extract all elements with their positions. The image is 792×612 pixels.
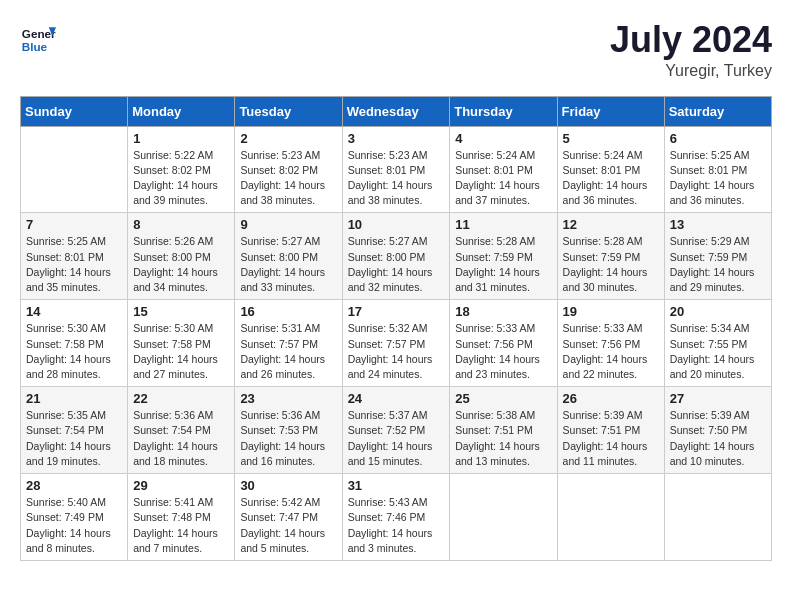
page-header: General Blue July 2024 Yuregir, Turkey [20,20,772,80]
day-number: 6 [670,131,766,146]
day-number: 25 [455,391,551,406]
weekday-header-monday: Monday [128,96,235,126]
calendar-cell: 21Sunrise: 5:35 AM Sunset: 7:54 PM Dayli… [21,387,128,474]
calendar-cell: 25Sunrise: 5:38 AM Sunset: 7:51 PM Dayli… [450,387,557,474]
day-info: Sunrise: 5:23 AM Sunset: 8:01 PM Dayligh… [348,148,445,209]
calendar-table: SundayMondayTuesdayWednesdayThursdayFrid… [20,96,772,561]
day-info: Sunrise: 5:32 AM Sunset: 7:57 PM Dayligh… [348,321,445,382]
month-title: July 2024 [610,20,772,60]
day-number: 22 [133,391,229,406]
day-number: 24 [348,391,445,406]
day-number: 17 [348,304,445,319]
calendar-cell: 13Sunrise: 5:29 AM Sunset: 7:59 PM Dayli… [664,213,771,300]
calendar-cell: 27Sunrise: 5:39 AM Sunset: 7:50 PM Dayli… [664,387,771,474]
day-number: 23 [240,391,336,406]
calendar-cell: 4Sunrise: 5:24 AM Sunset: 8:01 PM Daylig… [450,126,557,213]
calendar-cell: 18Sunrise: 5:33 AM Sunset: 7:56 PM Dayli… [450,300,557,387]
calendar-week-row: 7Sunrise: 5:25 AM Sunset: 8:01 PM Daylig… [21,213,772,300]
logo: General Blue [20,20,56,56]
day-number: 8 [133,217,229,232]
weekday-header-wednesday: Wednesday [342,96,450,126]
day-info: Sunrise: 5:27 AM Sunset: 8:00 PM Dayligh… [348,234,445,295]
day-info: Sunrise: 5:23 AM Sunset: 8:02 PM Dayligh… [240,148,336,209]
day-number: 5 [563,131,659,146]
calendar-cell: 28Sunrise: 5:40 AM Sunset: 7:49 PM Dayli… [21,474,128,561]
day-number: 10 [348,217,445,232]
calendar-week-row: 28Sunrise: 5:40 AM Sunset: 7:49 PM Dayli… [21,474,772,561]
day-info: Sunrise: 5:36 AM Sunset: 7:54 PM Dayligh… [133,408,229,469]
calendar-week-row: 14Sunrise: 5:30 AM Sunset: 7:58 PM Dayli… [21,300,772,387]
calendar-cell: 15Sunrise: 5:30 AM Sunset: 7:58 PM Dayli… [128,300,235,387]
calendar-cell: 8Sunrise: 5:26 AM Sunset: 8:00 PM Daylig… [128,213,235,300]
day-info: Sunrise: 5:24 AM Sunset: 8:01 PM Dayligh… [563,148,659,209]
day-number: 12 [563,217,659,232]
day-info: Sunrise: 5:40 AM Sunset: 7:49 PM Dayligh… [26,495,122,556]
day-info: Sunrise: 5:24 AM Sunset: 8:01 PM Dayligh… [455,148,551,209]
day-number: 7 [26,217,122,232]
day-info: Sunrise: 5:34 AM Sunset: 7:55 PM Dayligh… [670,321,766,382]
calendar-cell [557,474,664,561]
calendar-cell: 5Sunrise: 5:24 AM Sunset: 8:01 PM Daylig… [557,126,664,213]
svg-text:Blue: Blue [22,40,48,53]
day-number: 27 [670,391,766,406]
day-info: Sunrise: 5:30 AM Sunset: 7:58 PM Dayligh… [133,321,229,382]
day-number: 16 [240,304,336,319]
title-block: July 2024 Yuregir, Turkey [610,20,772,80]
day-number: 21 [26,391,122,406]
day-number: 15 [133,304,229,319]
day-info: Sunrise: 5:36 AM Sunset: 7:53 PM Dayligh… [240,408,336,469]
weekday-header-thursday: Thursday [450,96,557,126]
day-info: Sunrise: 5:22 AM Sunset: 8:02 PM Dayligh… [133,148,229,209]
day-info: Sunrise: 5:26 AM Sunset: 8:00 PM Dayligh… [133,234,229,295]
day-info: Sunrise: 5:42 AM Sunset: 7:47 PM Dayligh… [240,495,336,556]
day-number: 31 [348,478,445,493]
day-number: 14 [26,304,122,319]
day-number: 26 [563,391,659,406]
calendar-cell: 7Sunrise: 5:25 AM Sunset: 8:01 PM Daylig… [21,213,128,300]
weekday-header-sunday: Sunday [21,96,128,126]
day-info: Sunrise: 5:25 AM Sunset: 8:01 PM Dayligh… [26,234,122,295]
day-number: 20 [670,304,766,319]
day-info: Sunrise: 5:28 AM Sunset: 7:59 PM Dayligh… [455,234,551,295]
day-info: Sunrise: 5:29 AM Sunset: 7:59 PM Dayligh… [670,234,766,295]
day-number: 18 [455,304,551,319]
calendar-cell: 6Sunrise: 5:25 AM Sunset: 8:01 PM Daylig… [664,126,771,213]
calendar-cell: 22Sunrise: 5:36 AM Sunset: 7:54 PM Dayli… [128,387,235,474]
day-info: Sunrise: 5:35 AM Sunset: 7:54 PM Dayligh… [26,408,122,469]
calendar-cell: 17Sunrise: 5:32 AM Sunset: 7:57 PM Dayli… [342,300,450,387]
calendar-cell: 2Sunrise: 5:23 AM Sunset: 8:02 PM Daylig… [235,126,342,213]
location: Yuregir, Turkey [610,62,772,80]
logo-icon: General Blue [20,20,56,56]
day-info: Sunrise: 5:27 AM Sunset: 8:00 PM Dayligh… [240,234,336,295]
calendar-cell: 14Sunrise: 5:30 AM Sunset: 7:58 PM Dayli… [21,300,128,387]
day-info: Sunrise: 5:31 AM Sunset: 7:57 PM Dayligh… [240,321,336,382]
day-info: Sunrise: 5:41 AM Sunset: 7:48 PM Dayligh… [133,495,229,556]
calendar-cell [664,474,771,561]
calendar-cell [450,474,557,561]
weekday-header-friday: Friday [557,96,664,126]
day-number: 30 [240,478,336,493]
calendar-cell: 26Sunrise: 5:39 AM Sunset: 7:51 PM Dayli… [557,387,664,474]
day-number: 13 [670,217,766,232]
day-info: Sunrise: 5:39 AM Sunset: 7:50 PM Dayligh… [670,408,766,469]
day-info: Sunrise: 5:43 AM Sunset: 7:46 PM Dayligh… [348,495,445,556]
calendar-cell: 3Sunrise: 5:23 AM Sunset: 8:01 PM Daylig… [342,126,450,213]
day-number: 1 [133,131,229,146]
day-number: 3 [348,131,445,146]
calendar-cell: 16Sunrise: 5:31 AM Sunset: 7:57 PM Dayli… [235,300,342,387]
day-number: 19 [563,304,659,319]
day-info: Sunrise: 5:38 AM Sunset: 7:51 PM Dayligh… [455,408,551,469]
calendar-week-row: 1Sunrise: 5:22 AM Sunset: 8:02 PM Daylig… [21,126,772,213]
calendar-cell: 24Sunrise: 5:37 AM Sunset: 7:52 PM Dayli… [342,387,450,474]
calendar-cell: 10Sunrise: 5:27 AM Sunset: 8:00 PM Dayli… [342,213,450,300]
calendar-cell: 11Sunrise: 5:28 AM Sunset: 7:59 PM Dayli… [450,213,557,300]
day-number: 2 [240,131,336,146]
weekday-header-saturday: Saturday [664,96,771,126]
day-number: 4 [455,131,551,146]
day-info: Sunrise: 5:28 AM Sunset: 7:59 PM Dayligh… [563,234,659,295]
calendar-cell: 31Sunrise: 5:43 AM Sunset: 7:46 PM Dayli… [342,474,450,561]
day-number: 29 [133,478,229,493]
day-info: Sunrise: 5:25 AM Sunset: 8:01 PM Dayligh… [670,148,766,209]
calendar-week-row: 21Sunrise: 5:35 AM Sunset: 7:54 PM Dayli… [21,387,772,474]
calendar-cell: 29Sunrise: 5:41 AM Sunset: 7:48 PM Dayli… [128,474,235,561]
